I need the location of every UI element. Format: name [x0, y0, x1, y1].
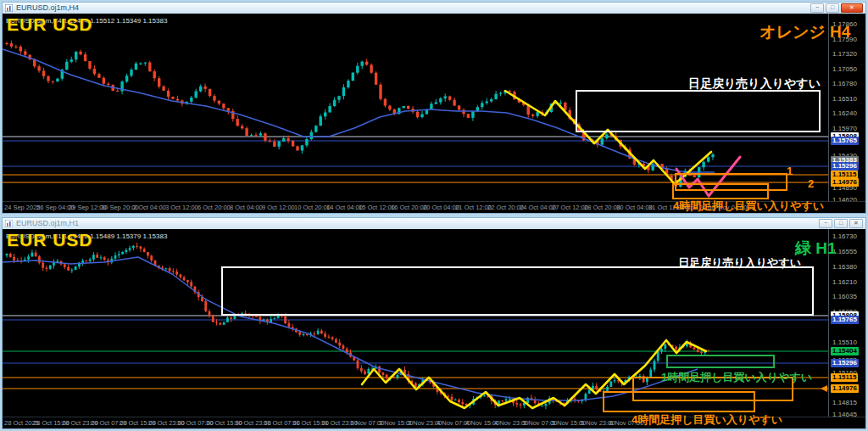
daily-sell-note: 日足戻り売り入りやすい	[528, 76, 821, 92]
time-label: 8 Oct 04:00	[230, 204, 263, 211]
workspace: EURUSD.oj1m,H4 − □ ✕ 1.178601.175901.173…	[0, 0, 868, 431]
price-tick: 1.16035	[832, 293, 857, 300]
price-level-label-blue: 1.15765	[831, 316, 859, 324]
time-label: 24 Sep 2025	[4, 204, 41, 211]
price-tick: 1.16780	[832, 80, 857, 87]
price-tick: 1.15970	[832, 125, 857, 132]
timeframe-note-h4: オレンジ H4	[760, 21, 850, 43]
chart-icon	[5, 220, 13, 227]
time-label: 22 Oct 20:00	[487, 204, 524, 211]
time-label: 20 Oct 04:00	[423, 204, 459, 211]
minimize-button[interactable]: −	[819, 219, 832, 228]
time-label: 2 Oct 04:00	[133, 204, 166, 211]
price-level-label-green: 1.15404	[831, 347, 859, 355]
chart-window-h1: EURUSD.oj1m,H1 − □ ✕ 1.167301.165551.163…	[2, 217, 866, 429]
time-label: 24 Oct 04:00	[520, 204, 556, 211]
price-level-label-blue: 1.15765	[831, 137, 859, 145]
price-tick: 1.16240	[832, 109, 857, 117]
time-label: 10 Oct 20:00	[294, 204, 331, 211]
h1-buy-zone-rectangle	[666, 355, 775, 368]
buy-zone-rectangle-2	[672, 183, 769, 199]
time-label: 14 Oct 04:00	[326, 204, 363, 211]
price-level-label-orange: 1.14976	[831, 178, 859, 187]
price-level-label-blue: 1.15296	[831, 359, 859, 367]
h4-buy-note: 4時間足押し目買い入りやすい	[632, 412, 782, 428]
time-label: 16 Oct 20:00	[391, 204, 427, 211]
window-titlebar-h4[interactable]: EURUSD.oj1m,H4 − □ ✕	[3, 3, 865, 14]
close-button[interactable]: ✕	[841, 3, 863, 13]
sell-zone-rectangle	[576, 90, 821, 132]
minimize-button[interactable]: −	[810, 3, 824, 13]
buy-zone-rectangle-2	[603, 391, 755, 412]
chart-icon	[5, 4, 13, 12]
time-label: 28 Oct 20:00	[584, 204, 620, 211]
sell-zone-rectangle	[221, 266, 814, 316]
time-label: 21 Oct 12:00	[455, 204, 492, 211]
time-label: 15 Oct 12:00	[359, 204, 395, 211]
maximize-button[interactable]: □	[834, 219, 848, 228]
zone-number-2: 2	[808, 177, 814, 190]
price-tick: 1.16510	[832, 95, 857, 103]
price-tick: 1.16210	[832, 278, 857, 286]
close-button[interactable]: ✕	[849, 219, 863, 228]
daily-sell-note: 日足戻り売り入りやすい	[520, 255, 801, 271]
h1-buy-note: 1時間足押し目買い入りやすい	[661, 370, 812, 385]
maximize-button[interactable]: □	[826, 3, 839, 13]
price-tick: 1.14815	[832, 399, 857, 406]
price-tick: 1.17320	[832, 50, 857, 58]
timeframe-note-h1: 緑 H1	[795, 238, 837, 260]
window-title: EURUSD.oj1m,H1	[16, 218, 79, 229]
zone-number-1: 1	[787, 165, 793, 177]
price-level-label-blue: 1.15296	[831, 162, 859, 171]
window-titlebar-h1[interactable]: EURUSD.oj1m,H1 − □ ✕	[3, 218, 865, 229]
h4-buy-note: 4時間足押し目買い入りやすい	[673, 199, 824, 213]
price-level-label-orange: 1.15115	[831, 373, 858, 382]
symbol-label: EUR USD	[7, 14, 93, 35]
symbol-label: EUR USD	[7, 230, 93, 250]
time-label: 30 Oct 04:00	[616, 204, 653, 211]
window-title: EURUSD.oj1m,H4	[16, 3, 79, 14]
price-level-label-orange: 1.14976	[831, 384, 859, 393]
time-label: 27 Oct 12:00	[552, 204, 588, 211]
price-tick: 1.17050	[832, 65, 857, 73]
time-label: 9 Oct 12:00	[262, 204, 295, 211]
time-label: 3 Oct 12:00	[165, 204, 198, 211]
chart-window-h4: EURUSD.oj1m,H4 − □ ✕ 1.178601.175901.173…	[2, 2, 866, 214]
price-tick: 1.15510	[832, 339, 857, 346]
price-tick: 1.16380	[832, 263, 857, 271]
time-label: 6 Oct 20:00	[198, 204, 231, 211]
